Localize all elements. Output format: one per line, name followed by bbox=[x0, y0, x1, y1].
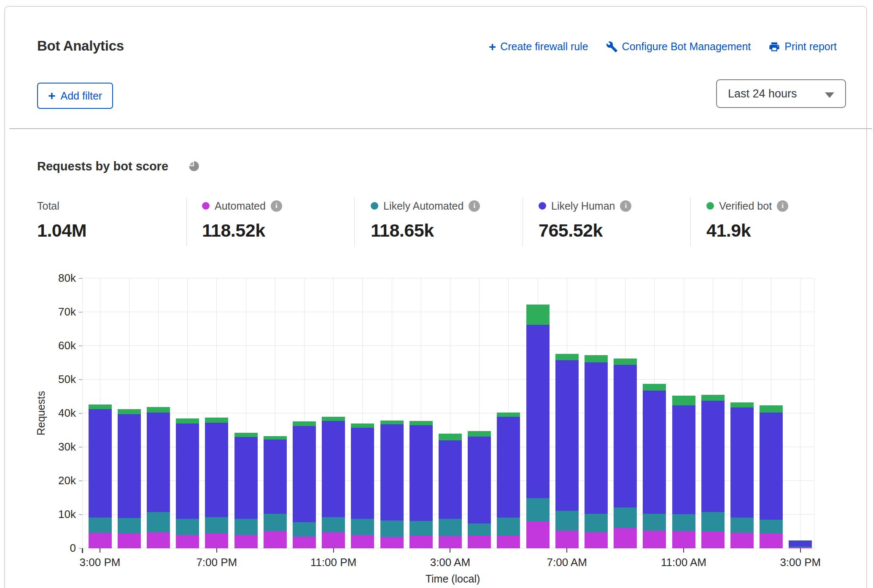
bar-700pm-automated[interactable] bbox=[205, 533, 228, 548]
bar-1200pm-likely-automated[interactable] bbox=[701, 512, 725, 531]
bar-200am-likely-human[interactable] bbox=[410, 425, 433, 521]
bar-700am-likely-human[interactable] bbox=[555, 360, 579, 511]
bar-900am-likely-automated[interactable] bbox=[614, 507, 637, 528]
bar-500pm-automated[interactable] bbox=[147, 532, 170, 548]
bar-300pm-likely-human[interactable] bbox=[789, 541, 812, 547]
bar-600am-automated[interactable] bbox=[526, 521, 550, 548]
bar-900pm-verified-bot[interactable] bbox=[264, 436, 287, 440]
bar-300am-likely-human[interactable] bbox=[439, 440, 462, 519]
bar-500am-automated[interactable] bbox=[497, 536, 520, 548]
bar-1200am-likely-human[interactable] bbox=[351, 428, 374, 519]
bar-200am-verified-bot[interactable] bbox=[410, 421, 433, 425]
bar-700pm-likely-automated[interactable] bbox=[205, 517, 228, 533]
bar-1100am-likely-human[interactable] bbox=[672, 405, 695, 514]
bar-200am-likely-automated[interactable] bbox=[410, 521, 433, 536]
bar-1200pm-verified-bot[interactable] bbox=[701, 395, 725, 401]
bar-500pm-verified-bot[interactable] bbox=[147, 407, 170, 413]
bar-200pm-likely-human[interactable] bbox=[760, 413, 783, 520]
bar-1000am-verified-bot[interactable] bbox=[643, 384, 666, 391]
bar-300am-automated[interactable] bbox=[439, 536, 462, 548]
x-axis-tick bbox=[683, 548, 684, 553]
bar-800am-likely-human[interactable] bbox=[585, 362, 608, 514]
bar-1100am-likely-automated[interactable] bbox=[672, 514, 695, 531]
bar-700am-likely-automated[interactable] bbox=[555, 511, 579, 531]
bar-400pm-likely-automated[interactable] bbox=[118, 518, 141, 533]
bar-800am-verified-bot[interactable] bbox=[585, 355, 608, 362]
bar-200pm-likely-automated[interactable] bbox=[760, 520, 783, 533]
bar-600am-verified-bot[interactable] bbox=[526, 305, 550, 325]
bar-1200am-verified-bot[interactable] bbox=[351, 423, 374, 428]
bar-400am-likely-human[interactable] bbox=[468, 437, 491, 523]
bar-1000am-automated[interactable] bbox=[643, 531, 666, 548]
bar-400pm-likely-human[interactable] bbox=[118, 414, 141, 518]
bar-100am-likely-human[interactable] bbox=[380, 424, 404, 521]
bar-100pm-automated[interactable] bbox=[730, 533, 754, 548]
bar-1000pm-automated[interactable] bbox=[293, 537, 316, 548]
bar-900pm-likely-automated[interactable] bbox=[264, 514, 287, 531]
bar-1000pm-likely-automated[interactable] bbox=[293, 522, 316, 537]
bar-900am-likely-human[interactable] bbox=[614, 365, 637, 507]
bar-100am-likely-automated[interactable] bbox=[380, 521, 404, 537]
bar-600am-likely-human[interactable] bbox=[526, 325, 550, 498]
bar-800am-automated[interactable] bbox=[585, 532, 608, 548]
bar-500pm-likely-automated[interactable] bbox=[147, 512, 170, 532]
bar-1100pm-automated[interactable] bbox=[322, 532, 345, 548]
bar-200pm-verified-bot[interactable] bbox=[760, 405, 783, 413]
bar-500pm-likely-human[interactable] bbox=[147, 413, 170, 512]
bar-1100am-verified-bot[interactable] bbox=[672, 396, 695, 405]
bar-500am-likely-automated[interactable] bbox=[497, 518, 520, 536]
bar-200am-automated[interactable] bbox=[410, 536, 433, 548]
bar-700am-verified-bot[interactable] bbox=[555, 354, 579, 360]
bar-1000am-likely-human[interactable] bbox=[643, 391, 666, 514]
bar-800pm-likely-human[interactable] bbox=[234, 437, 258, 519]
bar-800pm-automated[interactable] bbox=[234, 535, 258, 548]
bar-100am-verified-bot[interactable] bbox=[380, 421, 404, 424]
bar-300pm-likely-automated[interactable] bbox=[789, 547, 812, 548]
bar-500am-verified-bot[interactable] bbox=[497, 413, 520, 417]
bar-100am-automated[interactable] bbox=[380, 537, 404, 548]
bar-600pm-likely-human[interactable] bbox=[176, 423, 199, 519]
bar-1000pm-likely-human[interactable] bbox=[293, 426, 316, 522]
bar-300pm-likely-human[interactable] bbox=[89, 409, 112, 518]
bar-600am-likely-automated[interactable] bbox=[526, 498, 550, 521]
bar-900pm-automated[interactable] bbox=[264, 531, 287, 548]
bar-100pm-likely-automated[interactable] bbox=[730, 518, 754, 533]
bar-1100pm-verified-bot[interactable] bbox=[322, 417, 345, 421]
bar-1100pm-likely-human[interactable] bbox=[322, 421, 345, 517]
bar-1100am-automated[interactable] bbox=[672, 531, 695, 548]
bar-700pm-likely-human[interactable] bbox=[205, 423, 228, 517]
bar-400am-automated[interactable] bbox=[468, 536, 491, 548]
bar-1000am-likely-automated[interactable] bbox=[643, 514, 666, 531]
bar-900am-verified-bot[interactable] bbox=[614, 359, 637, 365]
bar-400pm-verified-bot[interactable] bbox=[118, 409, 141, 414]
bar-1200am-likely-automated[interactable] bbox=[351, 519, 374, 535]
bar-300am-verified-bot[interactable] bbox=[439, 434, 462, 440]
bar-200pm-automated[interactable] bbox=[760, 533, 783, 548]
bar-400am-likely-automated[interactable] bbox=[468, 523, 491, 536]
bar-900pm-likely-human[interactable] bbox=[264, 440, 287, 514]
bar-300am-likely-automated[interactable] bbox=[439, 519, 462, 536]
bar-500am-likely-human[interactable] bbox=[497, 417, 520, 518]
bar-800pm-verified-bot[interactable] bbox=[234, 433, 258, 437]
bar-100pm-verified-bot[interactable] bbox=[730, 402, 754, 407]
bar-300pm-verified-bot[interactable] bbox=[89, 405, 112, 409]
bar-600pm-verified-bot[interactable] bbox=[176, 418, 199, 423]
bar-1000pm-verified-bot[interactable] bbox=[293, 421, 316, 426]
bar-1200pm-automated[interactable] bbox=[701, 531, 725, 548]
bar-100pm-likely-human[interactable] bbox=[730, 407, 754, 518]
bar-700am-automated[interactable] bbox=[555, 531, 579, 548]
bar-400pm-automated[interactable] bbox=[118, 533, 141, 548]
bar-800pm-likely-automated[interactable] bbox=[234, 519, 258, 535]
bar-1200pm-likely-human[interactable] bbox=[701, 401, 725, 512]
bar-1200am-automated[interactable] bbox=[351, 535, 374, 548]
bar-900am-automated[interactable] bbox=[614, 528, 637, 548]
bar-300pm-automated[interactable] bbox=[89, 533, 112, 548]
bar-600pm-likely-automated[interactable] bbox=[176, 519, 199, 535]
bar-400am-verified-bot[interactable] bbox=[468, 431, 491, 437]
bar-1100pm-likely-automated[interactable] bbox=[322, 517, 345, 532]
bar-300pm-likely-automated[interactable] bbox=[89, 518, 112, 533]
bar-700pm-verified-bot[interactable] bbox=[205, 418, 228, 423]
bar-300pm-verified-bot[interactable] bbox=[789, 540, 812, 541]
bar-600pm-automated[interactable] bbox=[176, 535, 199, 548]
bar-800am-likely-automated[interactable] bbox=[585, 514, 608, 532]
